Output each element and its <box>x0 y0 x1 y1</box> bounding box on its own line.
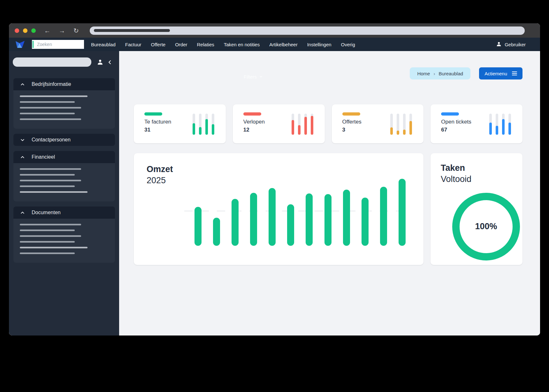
mini-bar-track <box>390 114 393 135</box>
forward-button[interactable]: → <box>59 27 65 34</box>
tasks-subtitle: Voltooid <box>441 174 522 184</box>
filters-dropdown[interactable]: Filters <box>244 74 263 79</box>
mini-bar-fill <box>508 123 511 135</box>
revenue-bar <box>250 193 257 246</box>
nav-item-factuur[interactable]: Factuur <box>125 42 141 47</box>
mini-bar-fill <box>298 125 301 135</box>
filters-label: Filters <box>244 74 257 79</box>
mini-bar-track <box>489 114 492 135</box>
section-body <box>13 90 115 129</box>
mini-bar-fill <box>311 116 313 135</box>
nav-item-relaties[interactable]: Relaties <box>197 42 214 47</box>
section-toggle-bedrijfsinformatie[interactable]: Bedrijfsinformatie <box>13 78 115 90</box>
main-nav: BureaubladFactuurOfferteOrderRelatiesTak… <box>91 42 355 47</box>
section-label: Financieel <box>32 154 55 160</box>
mini-bar-fill <box>496 126 498 135</box>
mini-bar-fill <box>205 119 208 135</box>
nav-search[interactable] <box>32 40 84 49</box>
mini-bar-fill <box>489 123 492 135</box>
stat-mini-bar-chart <box>390 114 412 135</box>
dashboard: Filters Home › Bureaublad Actiemenu Te f… <box>119 51 540 335</box>
user-menu[interactable]: Gebruiker <box>496 41 526 48</box>
placeholder-line <box>20 247 88 248</box>
minimize-window-button[interactable] <box>23 28 27 33</box>
chevron-down-icon <box>20 138 25 142</box>
stat-accent-pill <box>441 112 459 116</box>
sidebar-toolbar <box>13 57 116 67</box>
breadcrumb-current[interactable]: Bureaublad <box>438 71 463 76</box>
revenue-bar <box>399 179 406 246</box>
url-text-placeholder <box>94 29 170 32</box>
mini-bar-track <box>205 114 208 135</box>
nav-item-taken-en-notities[interactable]: Taken en notities <box>224 42 260 47</box>
mini-bar-fill <box>193 123 195 135</box>
sidebar-section-financieel: Financieel <box>13 151 115 201</box>
stat-card-offertes: Offertes3 <box>332 104 424 143</box>
mini-bar-fill <box>397 131 399 135</box>
mini-bar-fill <box>304 117 307 135</box>
stat-mini-bar-chart <box>193 114 214 135</box>
close-window-button[interactable] <box>15 28 19 33</box>
sidebar-collapse-icon[interactable] <box>107 60 112 65</box>
tasks-donut-card: Taken Voltooid 100% <box>431 153 522 265</box>
stat-card-te-facturen: Te facturen31 <box>134 104 226 143</box>
section-toggle-documenten[interactable]: Documenten <box>13 207 115 219</box>
mini-bar-fill <box>292 120 294 135</box>
breadcrumb: Home › Bureaublad <box>410 67 470 79</box>
section-body <box>13 219 115 263</box>
chevron-up-icon <box>20 155 25 160</box>
placeholder-line <box>20 191 88 193</box>
person-icon[interactable] <box>97 59 103 65</box>
revenue-bar <box>380 187 387 246</box>
sidebar-search-input[interactable] <box>13 57 91 67</box>
mini-bar-track <box>193 114 195 135</box>
mini-bar-track <box>298 114 301 135</box>
placeholder-line <box>20 224 81 225</box>
nav-item-order[interactable]: Order <box>175 42 187 47</box>
revenue-bar <box>324 194 332 246</box>
section-body <box>13 163 115 201</box>
stat-accent-pill <box>144 112 162 116</box>
revenue-bar <box>306 193 313 246</box>
section-toggle-financieel[interactable]: Financieel <box>13 151 115 163</box>
section-label: Contactpersonen <box>32 137 71 143</box>
revenue-title: Omzet <box>147 164 423 174</box>
section-label: Documenten <box>32 210 61 215</box>
placeholder-line <box>20 107 81 109</box>
mini-bar-track <box>409 114 412 135</box>
nav-item-bureaublad[interactable]: Bureaublad <box>91 42 116 47</box>
browser-titlebar: ← → ↻ <box>9 23 540 38</box>
placeholder-line <box>20 241 75 243</box>
sidebar-section-bedrijfsinformatie: Bedrijfsinformatie <box>13 78 115 129</box>
tasks-donut-chart: 100% <box>452 193 520 260</box>
search-accent-bar <box>33 41 34 48</box>
mini-bar-track <box>496 114 498 135</box>
address-bar[interactable] <box>90 26 525 35</box>
zoom-window-button[interactable] <box>31 28 36 33</box>
stat-mini-bar-chart <box>292 114 313 135</box>
mini-bar-fill <box>390 127 393 135</box>
actiemenu-button[interactable]: Actiemenu <box>479 67 522 79</box>
placeholder-line <box>20 185 75 187</box>
nav-item-artikelbeheer[interactable]: Artikelbeheer <box>269 42 297 47</box>
section-toggle-contactpersonen[interactable]: Contactpersonen <box>13 134 115 146</box>
reload-button[interactable]: ↻ <box>73 27 79 34</box>
app-logo-icon <box>15 40 25 49</box>
mini-bar-track <box>502 114 505 135</box>
mini-bar-track <box>199 114 202 135</box>
nav-item-overig[interactable]: Overig <box>341 42 355 47</box>
hamburger-icon <box>512 71 517 76</box>
app-navbar: BureaubladFactuurOfferteOrderRelatiesTak… <box>9 38 540 51</box>
breadcrumb-home-link[interactable]: Home <box>417 71 430 76</box>
mini-bar-track <box>403 114 406 135</box>
mini-bar-track <box>397 114 399 135</box>
top-actions: Home › Bureaublad Actiemenu <box>410 67 522 79</box>
revenue-bar-chart <box>194 178 406 246</box>
revenue-bar <box>287 204 294 246</box>
nav-item-offerte[interactable]: Offerte <box>151 42 166 47</box>
mini-bar-track <box>292 114 294 135</box>
nav-item-instellingen[interactable]: Instellingen <box>307 42 332 47</box>
chevron-up-icon <box>20 82 25 87</box>
nav-search-input[interactable] <box>36 41 82 47</box>
back-button[interactable]: ← <box>44 27 50 34</box>
